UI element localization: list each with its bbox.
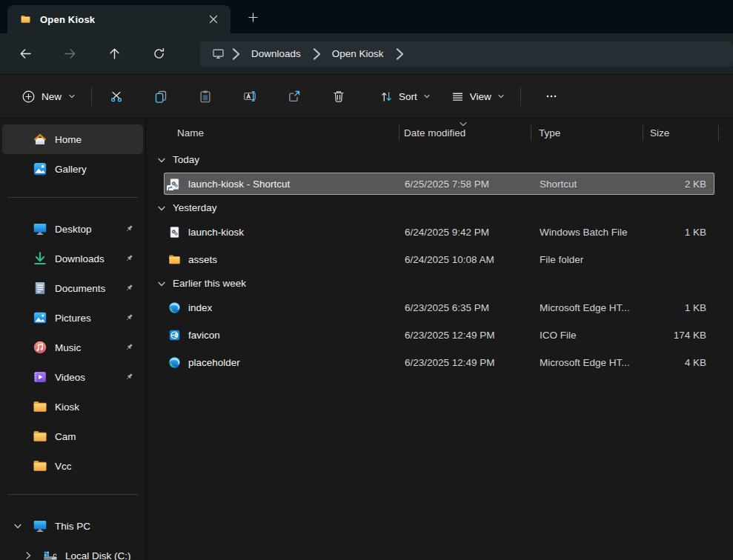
- new-button-label: New: [42, 91, 62, 102]
- sidebar-item-vcc[interactable]: Vcc: [2, 451, 143, 481]
- file-name: placeholder: [188, 357, 240, 368]
- copy-button[interactable]: [145, 82, 177, 110]
- file-row-placeholder[interactable]: placeholder6/23/2025 12:49 PMMicrosoft E…: [164, 351, 714, 373]
- documents-icon: [33, 281, 47, 296]
- paste-button[interactable]: [189, 82, 222, 110]
- sort-button[interactable]: Sort: [373, 84, 438, 109]
- toolbar-separator: [91, 87, 92, 106]
- sidebar-nav: HomeGalleryDesktopDownloadsDocumentsPict…: [0, 119, 146, 560]
- sidebar-item-videos[interactable]: Videos: [2, 362, 143, 392]
- sidebar-item-label: This PC: [55, 521, 90, 532]
- sidebar-item-music[interactable]: Music: [2, 333, 143, 362]
- downloads-icon: [33, 251, 47, 266]
- group-header-today[interactable]: Today: [146, 147, 733, 173]
- sidebar-item-documents[interactable]: Documents: [2, 273, 143, 303]
- batch-file-icon: [168, 226, 181, 239]
- column-header-date-modified[interactable]: Date modified: [404, 119, 465, 147]
- chevron-right-icon: [228, 47, 243, 61]
- expander-spacer: [13, 313, 33, 323]
- back-button[interactable]: [10, 41, 40, 67]
- share-button[interactable]: [278, 82, 311, 110]
- pin-icon: [124, 224, 134, 234]
- file-row-launch-kiosk[interactable]: launch-kiosk6/24/2025 9:42 PMWindows Bat…: [164, 221, 714, 243]
- sidebar-item-kiosk[interactable]: Kiosk: [2, 392, 143, 421]
- cut-button[interactable]: [100, 82, 133, 110]
- file-row-index[interactable]: index6/23/2025 6:35 PMMicrosoft Edge HT.…: [164, 296, 714, 319]
- new-tab-button[interactable]: [242, 7, 264, 27]
- new-button[interactable]: New: [15, 84, 83, 109]
- rename-button[interactable]: [233, 82, 266, 110]
- file-row-launch-kiosk-shortcut[interactable]: launch-kiosk - Shortcut6/25/2025 7:58 PM…: [164, 173, 714, 195]
- sidebar-item-label: Kiosk: [55, 401, 79, 413]
- sidebar-item-downloads[interactable]: Downloads: [2, 244, 143, 273]
- sort-desc-indicator-icon: [459, 121, 468, 127]
- file-size: 174 KB: [674, 330, 706, 341]
- delete-button[interactable]: [322, 82, 355, 110]
- file-type: Microsoft Edge HT...: [540, 357, 658, 368]
- forward-button[interactable]: [55, 41, 84, 67]
- column-header-size[interactable]: Size: [650, 119, 669, 147]
- delete-icon: [332, 90, 345, 103]
- chevron-down-icon: [157, 279, 166, 288]
- copy-icon: [154, 90, 168, 103]
- sidebar-item-desktop[interactable]: Desktop: [2, 214, 143, 244]
- view-button[interactable]: View: [444, 84, 512, 109]
- sidebar-item-gallery[interactable]: Gallery: [2, 154, 143, 184]
- forward-arrow-icon: [64, 47, 76, 60]
- chevron-right-icon: [24, 551, 33, 560]
- cut-icon: [110, 90, 123, 103]
- group-label: Yesterday: [173, 202, 217, 213]
- group-header-earlier-this-week[interactable]: Earlier this week: [146, 270, 733, 296]
- group-label: Earlier this week: [173, 278, 246, 289]
- sidebar-item-home[interactable]: Home: [2, 124, 143, 154]
- file-row-assets[interactable]: assets6/24/2025 10:08 AMFile folder: [164, 248, 714, 270]
- column-header-type[interactable]: Type: [539, 119, 560, 147]
- chevron-down-icon[interactable]: [13, 521, 33, 531]
- column-headers: NameDate modifiedTypeSize: [146, 119, 733, 147]
- group-label: Today: [173, 154, 199, 165]
- rename-icon: [243, 90, 256, 103]
- refresh-button[interactable]: [144, 41, 173, 67]
- drive-icon: [43, 548, 58, 560]
- sidebar-item-local-disk-c[interactable]: Local Disk (C:): [2, 541, 143, 560]
- breadcrumb-root[interactable]: [209, 46, 227, 62]
- file-date-modified: 6/23/2025 12:49 PM: [405, 357, 495, 368]
- sidebar-item-this-pc[interactable]: This PC: [2, 511, 143, 541]
- sidebar-item-label: Downloads: [55, 253, 105, 264]
- group-header-yesterday[interactable]: Yesterday: [146, 195, 733, 221]
- file-type: Shortcut: [540, 179, 658, 190]
- chevron-right-icon: [309, 47, 324, 61]
- column-header-name[interactable]: Name: [177, 119, 204, 147]
- close-icon: [209, 15, 218, 24]
- explorer-tab[interactable]: Open Kiosk: [7, 5, 230, 33]
- sidebar-divider: [7, 494, 138, 495]
- expander-spacer: [13, 164, 33, 174]
- sort-icon: [380, 90, 393, 103]
- sidebar-item-pictures[interactable]: Pictures: [2, 303, 143, 333]
- breadcrumb: DownloadsOpen Kiosk: [228, 46, 407, 61]
- file-size: 4 KB: [685, 357, 706, 368]
- tab-close-button[interactable]: [204, 10, 223, 29]
- see-more-button[interactable]: [537, 83, 566, 110]
- file-row-favicon[interactable]: favicon6/23/2025 12:49 PMICO File174 KB: [164, 324, 714, 346]
- refresh-icon: [153, 47, 165, 60]
- column-header-label: Size: [650, 127, 669, 139]
- music-icon: [33, 340, 47, 355]
- file-name-cell: placeholder: [165, 356, 402, 369]
- up-button[interactable]: [99, 41, 129, 67]
- tab-label: Open Kiosk: [40, 14, 95, 25]
- sidebar-item-label: Home: [55, 134, 82, 145]
- chevron-right-icon[interactable]: [24, 550, 43, 560]
- file-type: Windows Batch File: [540, 227, 658, 238]
- breadcrumb-segment-downloads[interactable]: Downloads: [245, 46, 308, 61]
- folder-icon: [168, 253, 181, 266]
- file-explorer-window: Open Kiosk DownloadsOpen Kiosk New: [0, 0, 733, 560]
- sidebar-item-cam[interactable]: Cam: [2, 421, 143, 451]
- sidebar-item-label: Cam: [55, 431, 76, 442]
- pictures-icon: [33, 310, 47, 325]
- breadcrumb-segment-open-kiosk[interactable]: Open Kiosk: [325, 46, 391, 61]
- file-size: 2 KB: [685, 179, 706, 190]
- address-bar[interactable]: DownloadsOpen Kiosk: [200, 41, 733, 67]
- file-pane: NameDate modifiedTypeSize Todaylaunch-ki…: [146, 119, 733, 560]
- file-date-modified: 6/23/2025 12:49 PM: [405, 330, 495, 341]
